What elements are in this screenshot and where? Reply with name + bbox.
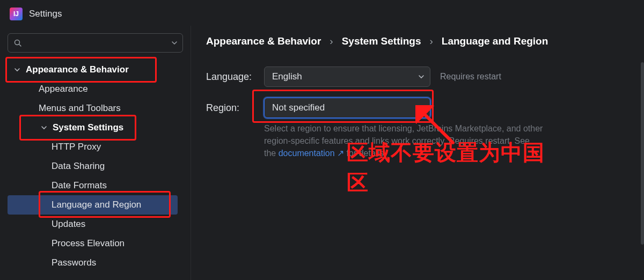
- search-icon: [13, 39, 22, 47]
- sidebar-item-label: Appearance: [39, 84, 88, 94]
- crumb-seg: Language and Region: [442, 35, 548, 47]
- sidebar-item-label: Date Formats: [52, 180, 107, 191]
- doc-link[interactable]: documentation ↗: [279, 149, 344, 158]
- sidebar-item-label: Passwords: [52, 257, 96, 268]
- svg-point-0: [15, 40, 20, 45]
- search-input[interactable]: [25, 39, 169, 47]
- sidebar-item[interactable]: Process Elevation: [8, 234, 178, 253]
- language-hint: Requires restart: [440, 72, 501, 82]
- sidebar-item-label: Menus and Toolbars: [39, 103, 121, 114]
- crumb-sep: ›: [430, 35, 433, 47]
- sidebar-item-label: Appearance & Behavior: [26, 64, 129, 75]
- label-region: Region:: [206, 102, 254, 114]
- sidebar-item[interactable]: Updates: [8, 215, 178, 234]
- sidebar-item-label: Process Elevation: [52, 238, 125, 249]
- language-value: English: [272, 71, 302, 82]
- sidebar-item[interactable]: Appearance & Behavior: [8, 60, 178, 79]
- settings-sidebar: Appearance & BehaviorAppearanceMenus and…: [0, 26, 191, 280]
- chevron-down-icon: [12, 67, 23, 73]
- language-row: Language: English Requires restart: [206, 67, 628, 87]
- sidebar-item-label: HTTP Proxy: [52, 142, 101, 152]
- sidebar-item-label: System Settings: [53, 122, 123, 133]
- chevron-down-icon: [418, 73, 425, 80]
- sidebar-item[interactable]: Passwords: [8, 253, 178, 272]
- search-input-wrap[interactable]: [8, 33, 183, 53]
- sidebar-item-label: Language and Region: [52, 200, 141, 210]
- sidebar-item[interactable]: Data Sharing: [8, 157, 178, 176]
- chevron-down-icon: [39, 124, 49, 131]
- label-language: Language:: [206, 71, 254, 83]
- crumb-seg[interactable]: Appearance & Behavior: [206, 35, 321, 47]
- annotation-text: 区域不要设置为中国 区: [347, 137, 545, 197]
- sidebar-item[interactable]: System Settings: [8, 118, 178, 137]
- titlebar: IJ Settings: [0, 0, 644, 26]
- sidebar-item[interactable]: Menus and Toolbars: [8, 99, 178, 118]
- app-icon: IJ: [10, 8, 23, 20]
- sidebar-item[interactable]: Date Formats: [8, 176, 178, 195]
- sidebar-item-label: Updates: [52, 219, 85, 230]
- region-value: Not specified: [272, 102, 325, 113]
- settings-main: Appearance & Behavior › System Settings …: [191, 26, 644, 280]
- chevron-down-icon: [172, 40, 177, 46]
- sidebar-item[interactable]: Appearance: [8, 79, 178, 99]
- region-combo[interactable]: Not specified: [264, 98, 430, 118]
- sidebar-item[interactable]: Language and Region: [8, 195, 178, 215]
- window-title: Settings: [29, 9, 62, 19]
- language-combo[interactable]: English: [264, 67, 430, 87]
- sidebar-item-label: Data Sharing: [52, 161, 105, 172]
- breadcrumb: Appearance & Behavior › System Settings …: [206, 35, 628, 47]
- crumb-sep: ›: [330, 35, 333, 47]
- crumb-seg[interactable]: System Settings: [342, 35, 421, 47]
- sidebar-item[interactable]: HTTP Proxy: [8, 137, 178, 157]
- settings-tree: Appearance & BehaviorAppearanceMenus and…: [8, 60, 183, 272]
